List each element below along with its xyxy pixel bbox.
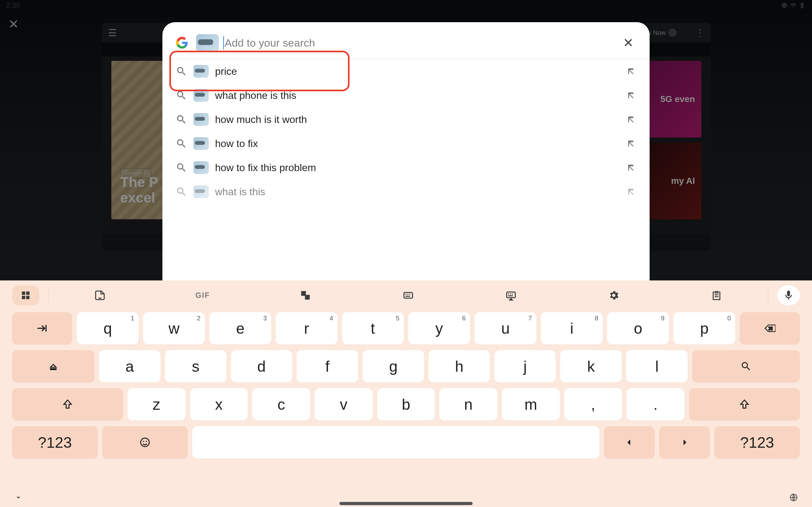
suggestion-image-thumbnail: [194, 113, 209, 126]
suggestion-text: what phone is this: [215, 90, 620, 101]
space-key[interactable]: [192, 426, 600, 458]
key-d[interactable]: d: [231, 350, 293, 383]
key-t[interactable]: t5: [342, 312, 404, 344]
insert-arrow-icon[interactable]: [626, 66, 636, 76]
key-p[interactable]: p0: [673, 312, 735, 344]
gif-button[interactable]: GIF: [151, 291, 254, 300]
shift-key-right[interactable]: [689, 388, 800, 420]
search-bar: ✕: [162, 22, 650, 59]
language-switch-button[interactable]: [789, 493, 798, 503]
suggestion-row[interactable]: how to fix: [162, 131, 650, 156]
tab-key[interactable]: [12, 312, 72, 344]
insert-arrow-icon[interactable]: [626, 90, 636, 101]
svg-point-3: [143, 441, 144, 442]
suggestion-image-thumbnail: [194, 161, 209, 174]
key-l[interactable]: l: [626, 350, 688, 383]
divider: [768, 287, 768, 303]
shift-key-left[interactable]: [12, 388, 123, 420]
key-v[interactable]: v: [315, 388, 373, 420]
suggestion-image-thumbnail: [194, 185, 209, 198]
search-icon: [176, 186, 187, 198]
insert-arrow-icon[interactable]: [626, 187, 636, 197]
symbols-key-right[interactable]: ?123: [714, 426, 800, 458]
symbols-key[interactable]: ?123: [12, 426, 98, 458]
key-m[interactable]: m: [502, 388, 560, 420]
key-u[interactable]: u7: [474, 312, 537, 344]
search-image-thumbnail[interactable]: [196, 34, 219, 51]
key-a[interactable]: a: [99, 350, 160, 383]
sticker-button[interactable]: [49, 290, 151, 301]
caps-key[interactable]: [12, 350, 95, 383]
key-i[interactable]: i8: [541, 312, 603, 344]
search-enter-key[interactable]: [692, 350, 800, 383]
cursor-right-key[interactable]: [659, 426, 710, 458]
key-y[interactable]: y6: [408, 312, 470, 344]
collapse-keyboard-button[interactable]: [14, 493, 23, 503]
suggestion-image-thumbnail: [194, 65, 209, 78]
search-icon: [176, 162, 187, 173]
key-q[interactable]: q1: [77, 312, 139, 344]
suggestion-text: price: [215, 66, 620, 77]
voice-input-button[interactable]: [777, 285, 800, 305]
text-cursor: [223, 36, 224, 49]
translate-button[interactable]: [254, 290, 357, 301]
key-x[interactable]: x: [190, 388, 248, 420]
suggestion-text: how to fix this problem: [215, 162, 620, 174]
key-period[interactable]: .: [626, 388, 684, 420]
home-indicator[interactable]: [339, 502, 473, 505]
suggestion-row[interactable]: what phone is this: [162, 83, 650, 107]
search-input[interactable]: [224, 37, 620, 49]
search-icon: [176, 66, 187, 77]
svg-rect-1: [507, 292, 515, 298]
key-o[interactable]: o9: [607, 312, 669, 344]
google-logo-icon: [176, 37, 189, 49]
clear-search-button[interactable]: ✕: [620, 33, 636, 53]
settings-button[interactable]: [562, 290, 665, 301]
suggestion-row[interactable]: how much is it worth: [162, 107, 650, 131]
key-e[interactable]: e3: [209, 312, 271, 344]
key-c[interactable]: c: [252, 388, 310, 420]
virtual-keyboard: GIF q1w2e3r4t5y6u7i8o9p0 asdfghjkl zxcvb…: [0, 280, 812, 507]
suggestion-row[interactable]: what is this: [162, 180, 650, 204]
insert-arrow-icon[interactable]: [626, 163, 636, 173]
search-icon: [176, 90, 187, 101]
svg-point-4: [146, 441, 147, 442]
suggestion-text: how to fix: [215, 138, 620, 150]
keyboard-apps-button[interactable]: [12, 285, 39, 305]
key-z[interactable]: z: [128, 388, 186, 420]
key-j[interactable]: j: [495, 350, 556, 383]
suggestion-text: how much is it worth: [215, 114, 620, 125]
suggestion-text: what is this: [215, 186, 620, 198]
search-icon: [176, 114, 187, 125]
backspace-key[interactable]: [740, 312, 800, 344]
keyboard-toolbar: GIF: [12, 280, 800, 310]
key-k[interactable]: k: [560, 350, 622, 383]
suggestion-image-thumbnail: [194, 89, 209, 102]
svg-rect-0: [404, 292, 413, 298]
suggestion-row[interactable]: how to fix this problem: [162, 156, 650, 180]
clipboard-button[interactable]: [665, 290, 768, 301]
key-r[interactable]: r4: [275, 312, 338, 344]
key-n[interactable]: n: [439, 388, 497, 420]
insert-arrow-icon[interactable]: [626, 138, 636, 149]
suggestion-image-thumbnail: [194, 137, 209, 150]
key-b[interactable]: b: [377, 388, 435, 420]
emoji-key[interactable]: [102, 426, 188, 458]
key-h[interactable]: h: [428, 350, 490, 383]
svg-point-2: [141, 438, 149, 447]
key-comma[interactable]: ,: [564, 388, 622, 420]
cursor-left-key[interactable]: [604, 426, 655, 458]
search-icon: [176, 138, 187, 149]
key-f[interactable]: f: [297, 350, 358, 383]
key-s[interactable]: s: [165, 350, 226, 383]
keyboard-layout-button[interactable]: [357, 290, 460, 301]
floating-keyboard-button[interactable]: [460, 290, 562, 301]
insert-arrow-icon[interactable]: [626, 114, 636, 124]
key-w[interactable]: w2: [143, 312, 205, 344]
suggestion-row[interactable]: price: [162, 59, 650, 83]
key-g[interactable]: g: [362, 350, 424, 383]
